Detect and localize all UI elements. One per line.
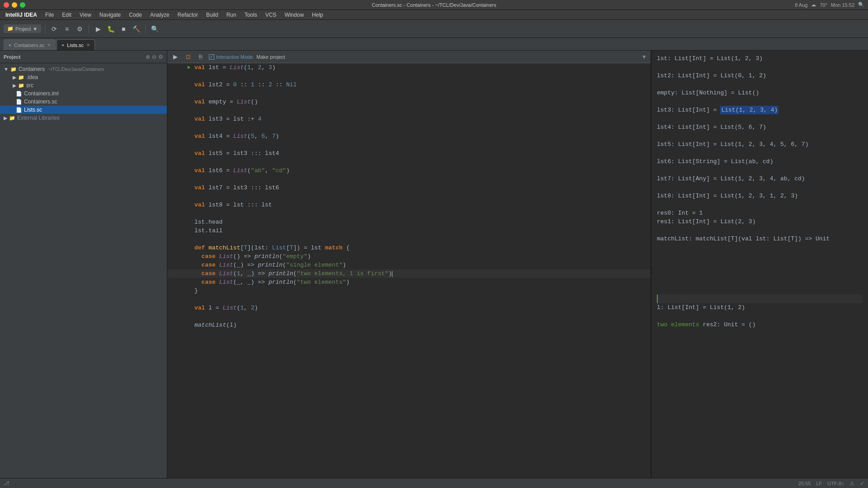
tab-containers-label: Containers.sc bbox=[14, 42, 44, 48]
output-lst7: lst7: List[Any] = List(1, 2, 3, 4, ab, c… bbox=[657, 174, 863, 183]
code-line-close-brace: } bbox=[167, 286, 651, 295]
window-title: Containers.sc - Containers - ~/TCL/Dev/J… bbox=[372, 2, 496, 8]
close-button[interactable] bbox=[4, 2, 9, 8]
folder-icon-external: 📁 bbox=[9, 115, 15, 121]
minimize-button[interactable] bbox=[12, 2, 17, 8]
ide-toolbar: 📁 Project ▼ ⟳ ≡ ⚙ ▶ 🐛 ■ 🔨 🔍 bbox=[0, 20, 868, 38]
tree-label-idea: .idea bbox=[26, 74, 38, 80]
app-name: IntelliJ IDEA bbox=[2, 12, 41, 18]
title-bar: Containers.sc - Containers - ~/TCL/Dev/J… bbox=[0, 0, 868, 10]
worksheet-arrow-right[interactable]: ▼ bbox=[642, 54, 647, 60]
code-line-1: ▶ val lst = List(1, 2, 3) bbox=[167, 63, 651, 72]
project-label: Project bbox=[15, 26, 31, 32]
tree-item-lists-sc[interactable]: 📄 Lists.sc bbox=[0, 106, 167, 114]
output-lst: lst: List[Int] = List(1, 2, 3) bbox=[657, 54, 863, 63]
tree-item-containers-iml[interactable]: 📄 Containers.iml bbox=[0, 89, 167, 98]
sidebar-action-3[interactable]: ⚙ bbox=[158, 54, 163, 60]
code-line-blank-4 bbox=[167, 123, 651, 132]
code-line-matchlist-call: matchList(l) bbox=[167, 321, 651, 329]
worksheet-copy-button[interactable]: ⎘ bbox=[196, 52, 205, 61]
code-line-lst8: val lst8 = lst ::: lst bbox=[167, 201, 651, 209]
project-selector[interactable]: 📁 Project ▼ bbox=[4, 24, 41, 33]
menu-navigate[interactable]: Navigate bbox=[96, 11, 124, 19]
tree-label-containers-iml: Containers.iml bbox=[24, 90, 59, 97]
toolbar-collapse-btn[interactable]: ≡ bbox=[61, 23, 72, 34]
sidebar-action-2[interactable]: ⊖ bbox=[152, 54, 156, 60]
menu-tools[interactable]: Tools bbox=[241, 11, 261, 19]
menu-code[interactable]: Code bbox=[125, 11, 146, 19]
toolbar-debug-btn[interactable]: 🐛 bbox=[105, 23, 116, 34]
interactive-mode-label: Interactive Mode bbox=[216, 54, 253, 60]
tree-label-containers-sc-file: Containers.sc bbox=[24, 99, 57, 105]
gutter-run-icon: ▶ bbox=[185, 63, 193, 72]
tab-containers-sc[interactable]: ● Containers.sc ✕ bbox=[4, 39, 56, 50]
menu-window[interactable]: Window bbox=[281, 11, 307, 19]
output-blank-17 bbox=[657, 312, 863, 320]
menu-vcs[interactable]: VCS bbox=[262, 11, 280, 19]
toolbar-run-btn[interactable]: ▶ bbox=[93, 23, 104, 34]
maximize-button[interactable] bbox=[20, 2, 25, 8]
menu-file[interactable]: File bbox=[42, 11, 57, 19]
output-two-elements: two elements res2: Unit = () bbox=[657, 320, 863, 329]
tree-item-containers-root[interactable]: ▼ 📁 Containers ~/TCL/Dev/Java/Containers bbox=[0, 65, 167, 73]
tree-item-src[interactable]: ▶ 📁 src bbox=[0, 81, 167, 89]
tree-expand-icon: ▼ bbox=[4, 66, 9, 72]
folder-icon-src: 📁 bbox=[18, 83, 24, 89]
tree-label-root: Containers bbox=[19, 66, 45, 72]
status-encoding: UTF-8↕ bbox=[827, 481, 844, 486]
output-blank-13 bbox=[657, 260, 863, 269]
file-tabs: ● Containers.sc ✕ ● Lists.sc ✕ bbox=[0, 38, 868, 51]
scala-file-icon: ● bbox=[9, 42, 11, 47]
worksheet-run-button[interactable]: ▶ bbox=[171, 52, 180, 61]
output-blank-2 bbox=[657, 80, 863, 89]
toolbar-settings-btn[interactable]: ⚙ bbox=[74, 23, 85, 34]
menu-run[interactable]: Run bbox=[223, 11, 240, 19]
output-l: l: List[Int] = List(1, 2) bbox=[657, 303, 863, 312]
output-two-elements-text: two elements bbox=[657, 320, 699, 329]
make-project-button[interactable]: Make project bbox=[256, 54, 285, 60]
tree-item-external-libraries[interactable]: ▶ 📁 External Libraries bbox=[0, 114, 167, 122]
sidebar-header: Project ⊕ ⊖ ⚙ bbox=[0, 51, 167, 63]
menu-analyze[interactable]: Analyze bbox=[146, 11, 173, 19]
code-line-blank-12 bbox=[167, 312, 651, 321]
code-line-blank-10 bbox=[167, 235, 651, 244]
tab-lists-close[interactable]: ✕ bbox=[86, 42, 90, 47]
code-line-blank-9 bbox=[167, 209, 651, 218]
toolbar-sync-btn[interactable]: ⟳ bbox=[49, 23, 60, 34]
code-line-blank-1 bbox=[167, 72, 651, 80]
tab-lists-label: Lists.sc bbox=[67, 42, 84, 48]
code-content-1: val lst = List(1, 2, 3) bbox=[193, 63, 647, 72]
interactive-checkbox[interactable]: ✓ bbox=[209, 54, 214, 60]
code-line-lst6: val lst6 = List("ab", "cd") bbox=[167, 166, 651, 175]
tree-item-idea[interactable]: ▶ 📁 .idea bbox=[0, 73, 167, 81]
tab-lists-sc[interactable]: ● Lists.sc ✕ bbox=[57, 39, 95, 50]
sidebar-action-1[interactable]: ⊕ bbox=[146, 54, 150, 60]
toolbar-search-btn[interactable]: 🔍 bbox=[149, 23, 160, 34]
tree-item-containers-sc[interactable]: 📄 Containers.sc bbox=[0, 98, 167, 106]
menu-help[interactable]: Help bbox=[308, 11, 327, 19]
menu-edit[interactable]: Edit bbox=[58, 11, 75, 19]
output-lst5: lst5: List[Int] = List(1, 2, 3, 4, 5, 6,… bbox=[657, 140, 863, 149]
status-hg-icon: ⎇ bbox=[4, 480, 9, 486]
output-blank-8 bbox=[657, 183, 863, 192]
output-blank-14 bbox=[657, 269, 863, 277]
output-blank-15 bbox=[657, 277, 863, 286]
code-editor[interactable]: ▶ val lst = List(1, 2, 3) val lst2 = 0 :… bbox=[167, 63, 651, 478]
tab-containers-close[interactable]: ✕ bbox=[47, 42, 51, 47]
code-line-blank-6 bbox=[167, 158, 651, 166]
worksheet-stop-button[interactable]: ⊡ bbox=[184, 52, 193, 61]
tree-label-external: External Libraries bbox=[17, 115, 59, 121]
toolbar-stop-btn[interactable]: ■ bbox=[118, 23, 129, 34]
output-blank-4 bbox=[657, 114, 863, 123]
toolbar-build-btn[interactable]: 🔨 bbox=[131, 23, 142, 34]
worksheet-interactive-mode[interactable]: ✓ Interactive Mode bbox=[209, 54, 253, 60]
menu-build[interactable]: Build bbox=[203, 11, 222, 19]
code-line-blank-7 bbox=[167, 175, 651, 183]
output-blank-12 bbox=[657, 252, 863, 260]
menu-refactor[interactable]: Refactor bbox=[174, 11, 202, 19]
output-blank-3 bbox=[657, 97, 863, 106]
output-res0: res0: Int = 1 bbox=[657, 209, 863, 217]
code-line-def-matchlist: def matchList[T](lst: List[T]) = lst mat… bbox=[167, 244, 651, 252]
menu-view[interactable]: View bbox=[76, 11, 95, 19]
code-line-lst7: val lst7 = lst3 ::: lst6 bbox=[167, 183, 651, 192]
